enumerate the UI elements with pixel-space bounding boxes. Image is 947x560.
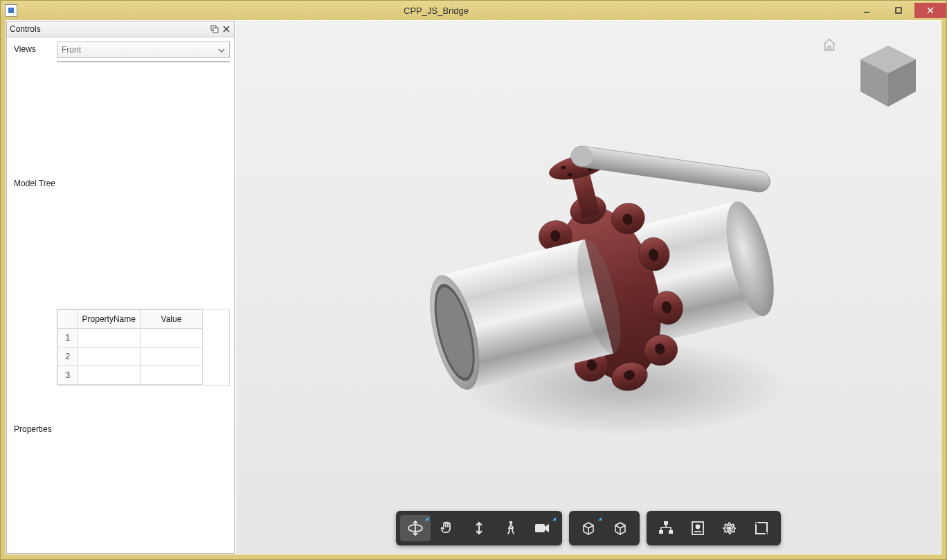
svg-rect-2 — [896, 8, 901, 13]
orbit-button[interactable] — [400, 515, 431, 541]
col-propertyname[interactable]: PropertyName — [78, 310, 140, 329]
svg-rect-47 — [570, 145, 771, 193]
close-panel-icon[interactable] — [222, 24, 231, 34]
svg-rect-55 — [659, 530, 663, 534]
svg-point-59 — [728, 526, 731, 530]
camera-button[interactable] — [527, 515, 558, 541]
svg-rect-53 — [535, 524, 545, 532]
wireframe-button[interactable] — [605, 515, 635, 541]
svg-rect-54 — [664, 521, 668, 525]
properties-label: Properties — [14, 422, 57, 434]
chevron-down-icon — [218, 46, 225, 56]
toolbar-group-nav — [396, 511, 562, 545]
model-tree-label: Model Tree — [14, 176, 57, 188]
svg-rect-56 — [669, 530, 673, 534]
model-browser-button[interactable] — [651, 515, 681, 541]
minimize-button[interactable] — [851, 3, 883, 18]
views-selected: Front — [62, 45, 81, 55]
views-label: Views — [14, 42, 57, 54]
toolbar-group-view — [569, 511, 640, 545]
window-buttons — [851, 3, 946, 18]
col-value[interactable]: Value — [140, 310, 202, 329]
properties-table[interactable]: PropertyName Value 1 2 — [57, 309, 230, 386]
model-tree[interactable] — [57, 61, 230, 62]
svg-rect-0 — [8, 8, 14, 13]
toolbar-group-tools — [647, 511, 781, 545]
title-bar[interactable]: CPP_JS_Bridge — [1, 1, 946, 20]
submenu-indicator-icon — [552, 517, 556, 521]
svg-rect-6 — [213, 28, 218, 33]
svg-rect-9 — [828, 46, 831, 51]
client-area: Controls Views Front — [6, 20, 941, 554]
table-row[interactable]: 1 — [58, 329, 203, 347]
view-cube[interactable] — [856, 42, 920, 113]
home-icon[interactable] — [822, 37, 837, 55]
controls-panel-header[interactable]: Controls — [7, 21, 234, 37]
svg-point-52 — [509, 521, 513, 525]
settings-button[interactable] — [714, 515, 745, 541]
controls-panel: Controls Views Front — [6, 21, 235, 554]
maximize-button[interactable] — [883, 3, 914, 18]
views-dropdown[interactable]: Front — [57, 42, 230, 58]
walk-button[interactable] — [496, 515, 526, 541]
controls-panel-title: Controls — [10, 24, 41, 34]
firstperson-button[interactable] — [573, 515, 604, 541]
close-button[interactable] — [914, 3, 946, 18]
properties-button[interactable] — [683, 515, 713, 541]
table-row[interactable]: 2 — [58, 347, 203, 366]
undock-icon[interactable] — [210, 24, 219, 34]
table-corner — [58, 310, 78, 329]
app-icon — [5, 4, 17, 17]
window-title: CPP_JS_Bridge — [21, 6, 851, 16]
pan-button[interactable] — [432, 515, 462, 541]
fullscreen-button[interactable] — [746, 515, 777, 541]
submenu-indicator-icon — [598, 517, 602, 521]
viewer-toolbar — [236, 511, 941, 545]
model-render — [368, 104, 852, 464]
viewport-3d[interactable] — [236, 21, 941, 554]
app-window: CPP_JS_Bridge Controls — [0, 0, 947, 560]
dolly-button[interactable] — [464, 515, 494, 541]
submenu-indicator-icon — [425, 517, 429, 521]
svg-point-58 — [696, 525, 700, 529]
table-row[interactable]: 3 — [58, 366, 203, 385]
